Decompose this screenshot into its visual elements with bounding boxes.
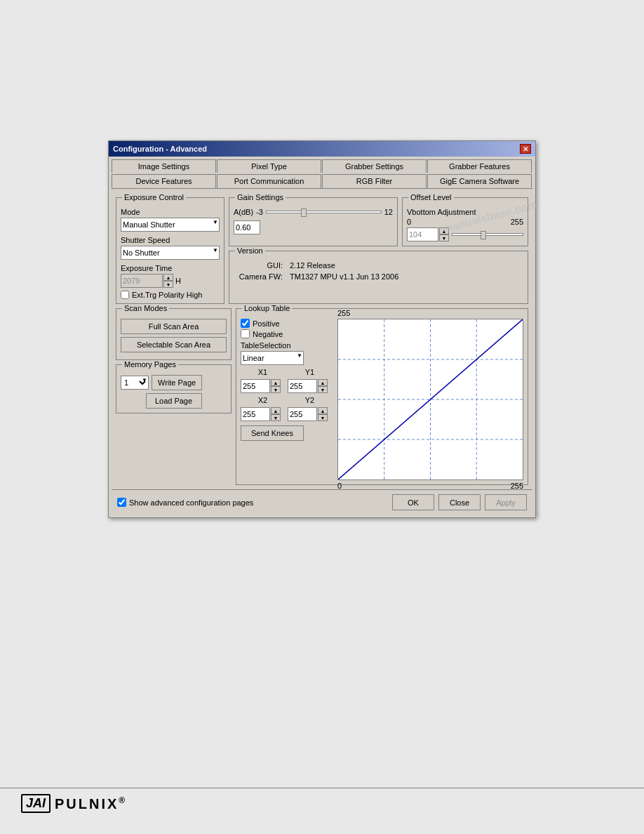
gain-settings-group: Gain Settings A(dB) -3 12 0.60	[229, 197, 398, 246]
graph-top-label: 255	[337, 309, 350, 317]
tab-port-communication[interactable]: Port Communication	[217, 174, 321, 188]
gain-offset-row: Gain Settings A(dB) -3 12 0.60	[229, 197, 528, 246]
y1-spinbox: 255 ▲ ▼	[288, 379, 332, 393]
ext-trg-checkbox[interactable]	[121, 291, 129, 299]
tab-image-settings[interactable]: Image Settings	[112, 159, 216, 173]
right-top-panels: Gain Settings A(dB) -3 12 0.60	[229, 197, 528, 304]
tab-rgb-filter[interactable]: RGB Filter	[322, 174, 427, 188]
y2-down[interactable]: ▼	[318, 414, 328, 421]
adb-label: A(dB)	[234, 208, 253, 216]
graph-svg	[338, 319, 523, 479]
scan-modes-label: Scan Modes	[122, 304, 169, 312]
dialog-titlebar: Configuration - Advanced ✕	[109, 141, 535, 157]
y2-spinbox: 255 ▲ ▼	[288, 407, 332, 421]
y2-up[interactable]: ▲	[318, 407, 328, 414]
x1-up[interactable]: ▲	[271, 379, 281, 386]
tab-grabber-features[interactable]: Grabber Features	[427, 159, 532, 173]
apply-button[interactable]: Apply	[485, 494, 527, 510]
gain-group-label: Gain Settings	[235, 193, 286, 201]
y2-label: Y2	[288, 396, 332, 404]
ok-button[interactable]: OK	[392, 494, 434, 510]
main-area: Exposure Control Mode Manual Shutter Shu…	[112, 193, 532, 489]
table-selection-select[interactable]: Linear	[241, 351, 304, 365]
send-knees-button[interactable]: Send Knees	[241, 425, 304, 441]
y2-input[interactable]: 255	[288, 407, 317, 421]
offset-slider-thumb[interactable]	[481, 231, 486, 239]
offset-min: 0	[407, 218, 411, 226]
shutter-speed-label: Shutter Speed	[121, 236, 220, 244]
x1-spinbox: 255 ▲ ▼	[241, 379, 285, 393]
show-advanced-checkbox[interactable]	[117, 498, 126, 507]
memory-pages-group: Memory Pages 1 Write Page Load	[116, 364, 232, 413]
pulnix-text: PULNIX®	[55, 795, 127, 812]
negative-label: Negative	[253, 330, 283, 338]
exposure-time-down[interactable]: ▼	[163, 281, 173, 288]
version-group-label: Version	[235, 246, 265, 255]
y1-input[interactable]: 255	[288, 379, 317, 393]
exposure-control-group: Exposure Control Mode Manual Shutter Shu…	[116, 197, 224, 304]
exposure-time-label: Exposure Time	[121, 264, 220, 272]
close-button[interactable]: Close	[438, 494, 481, 510]
ext-trg-label: Ext.Trg Polarity High	[132, 291, 202, 299]
positive-label: Positive	[253, 319, 280, 328]
exposure-group-label: Exposure Control	[122, 193, 186, 201]
graph-area	[337, 319, 523, 480]
x2-down[interactable]: ▼	[271, 414, 281, 421]
camera-fw-label: Camera FW:	[234, 272, 283, 281]
x1-down[interactable]: ▼	[271, 386, 281, 393]
selectable-scan-area-button[interactable]: Selectable Scan Area	[121, 337, 227, 352]
graph-bottom-left-label: 0	[337, 482, 342, 490]
offset-level-group: Offset Level Vbottom Adjustment 0 255	[402, 197, 528, 246]
exposure-time-up[interactable]: ▲	[163, 274, 173, 281]
offset-input[interactable]: 104	[407, 227, 438, 241]
tab-border	[112, 188, 532, 189]
table-selection-section: TableSelection Linear	[241, 341, 332, 365]
x2-up[interactable]: ▲	[271, 407, 281, 414]
full-scan-area-button[interactable]: Full Scan Area	[121, 319, 227, 334]
tab-gige-camera-software[interactable]: GigE Camera Software	[427, 174, 532, 188]
shutter-select[interactable]: No Shutter	[121, 246, 220, 260]
exposure-time-buttons: ▲ ▼	[163, 274, 173, 288]
offset-input-row: 104 ▲ ▼	[407, 227, 523, 241]
offset-slider[interactable]	[452, 233, 523, 236]
bottom-bar: Show advanced configuration pages OK Clo…	[112, 489, 532, 515]
lut-controls: Positive Negative TableSelection	[241, 319, 332, 480]
offset-minmax: 0 255	[407, 218, 523, 226]
mode-select[interactable]: Manual Shutter	[121, 218, 220, 232]
gain-slider-track[interactable]	[266, 211, 382, 213]
gain-value-input[interactable]: 0.60	[234, 220, 260, 234]
mode-label: Mode	[121, 208, 220, 216]
tab-device-features[interactable]: Device Features	[112, 174, 216, 188]
dialog-window: Configuration - Advanced ✕ Image Setting…	[108, 140, 536, 518]
close-window-button[interactable]: ✕	[520, 144, 531, 154]
y1-down[interactable]: ▼	[318, 386, 328, 393]
x2-label: X2	[241, 396, 285, 404]
mode-select-wrapper: Manual Shutter	[121, 218, 220, 232]
gain-row: A(dB) -3 12	[234, 208, 393, 216]
offset-up[interactable]: ▲	[439, 227, 449, 234]
x1-input[interactable]: 255	[241, 379, 270, 393]
svg-line-6	[338, 319, 523, 479]
offset-down[interactable]: ▼	[439, 234, 449, 241]
gui-label: GUI:	[234, 261, 283, 270]
load-page-button[interactable]: Load Page	[146, 393, 202, 409]
dialog-title: Configuration - Advanced	[113, 145, 207, 153]
write-page-button[interactable]: Write Page	[152, 375, 202, 390]
exposure-time-spinbox: 2079 ▲ ▼ H	[121, 274, 220, 288]
gain-slider-thumb[interactable]	[301, 208, 307, 217]
positive-checkbox[interactable]	[241, 319, 250, 328]
version-group: Version GUI: 2.12 Release Camera FW: TM1…	[229, 251, 528, 304]
offset-buttons: ▲ ▼	[439, 227, 449, 241]
top-panels: Exposure Control Mode Manual Shutter Shu…	[116, 197, 528, 304]
dialog-content: Image Settings Pixel Type Grabber Settin…	[109, 157, 535, 517]
negative-checkbox[interactable]	[241, 329, 250, 338]
tab-pixel-type[interactable]: Pixel Type	[217, 159, 321, 173]
footer: JAI PULNIX®	[0, 788, 644, 813]
exposure-time-input[interactable]: 2079	[121, 274, 163, 288]
y1-up[interactable]: ▲	[318, 379, 328, 386]
x2-input[interactable]: 255	[241, 407, 270, 421]
y1-buttons: ▲ ▼	[318, 379, 328, 393]
y1-label: Y1	[288, 368, 332, 376]
page-select[interactable]: 1	[121, 376, 149, 390]
tab-grabber-settings[interactable]: Grabber Settings	[322, 159, 427, 173]
